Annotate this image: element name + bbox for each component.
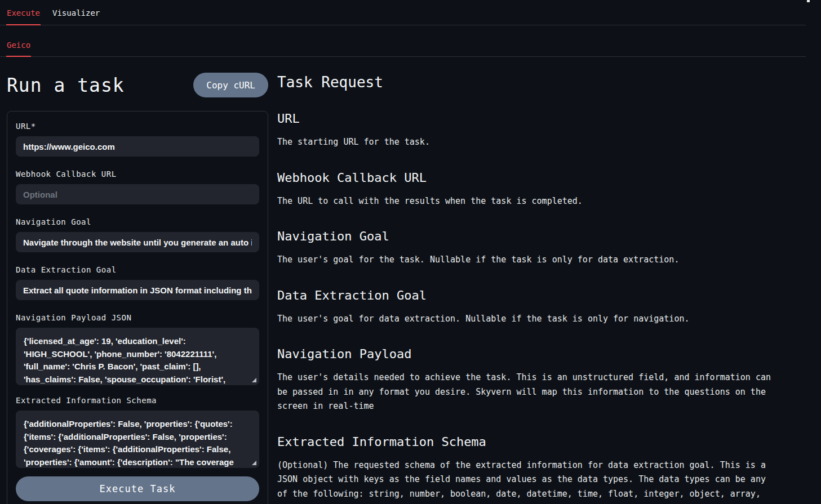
navigation-goal-label: Navigation Goal — [16, 217, 259, 226]
navigation-payload-field-group: Navigation Payload JSON {'licensed_at_ag… — [16, 313, 259, 385]
webhook-field-group: Webhook Callback URL — [16, 170, 259, 204]
copy-curl-button[interactable]: Copy cURL — [193, 73, 268, 97]
doc-body: The starting URL for the task. — [277, 135, 776, 150]
doc-section-navigation-goal: Navigation Goal The user's goal for the … — [277, 229, 821, 267]
extracted-schema-field-group: Extracted Information Schema {'additiona… — [16, 396, 259, 468]
docs-title: Task Request — [277, 74, 821, 91]
run-task-panel: Run a task Copy cURL URL* Webhook Callba… — [7, 57, 268, 504]
tab-visualizer[interactable]: Visualizer — [52, 1, 100, 25]
navigation-payload-label: Navigation Payload JSON — [16, 313, 259, 322]
webhook-label: Webhook Callback URL — [16, 170, 259, 179]
data-extraction-goal-input[interactable] — [16, 280, 259, 300]
url-field-group: URL* — [16, 122, 259, 157]
doc-section-navigation-payload: Navigation Payload The user's details ne… — [277, 347, 821, 414]
execute-task-button[interactable]: Execute Task — [16, 476, 259, 501]
doc-body: The user's goal for data extraction. Nul… — [277, 312, 776, 327]
navigation-payload-textarea[interactable]: {'licensed_at_age': 19, 'education_level… — [16, 328, 259, 385]
doc-heading: URL — [277, 111, 821, 126]
doc-body: The user's goal for the task. Nullable i… — [277, 253, 776, 267]
doc-section-url: URL The starting URL for the task. — [277, 111, 821, 150]
navigation-goal-field-group: Navigation Goal — [16, 217, 259, 252]
data-extraction-goal-field-group: Data Extraction Goal — [16, 265, 259, 300]
task-tabbar: Geico — [0, 25, 806, 57]
doc-heading: Extracted Information Schema — [277, 435, 821, 449]
doc-section-webhook: Webhook Callback URL The URL to call wit… — [277, 171, 821, 209]
doc-body: The user's details needed to achieve the… — [277, 371, 776, 414]
url-label: URL* — [16, 122, 259, 131]
doc-body: (Optional) The requested schema of the e… — [277, 458, 776, 504]
doc-body: The URL to call with the results when th… — [277, 194, 776, 209]
extracted-schema-label: Extracted Information Schema — [16, 396, 259, 405]
task-request-docs: Task Request URL The starting URL for th… — [268, 57, 821, 504]
webhook-input[interactable] — [16, 184, 259, 204]
doc-section-data-extraction-goal: Data Extraction Goal The user's goal for… — [277, 288, 821, 327]
main-content: Run a task Copy cURL URL* Webhook Callba… — [0, 57, 821, 504]
tab-geico[interactable]: Geico — [6, 33, 31, 56]
doc-section-extracted-schema: Extracted Information Schema (Optional) … — [277, 435, 821, 504]
doc-heading: Webhook Callback URL — [277, 171, 821, 185]
scrollbar-thumb[interactable] — [807, 0, 810, 2]
task-form-card: URL* Webhook Callback URL Navigation Goa… — [7, 111, 268, 504]
doc-heading: Navigation Payload — [277, 347, 821, 361]
navigation-goal-input[interactable] — [16, 232, 259, 252]
tab-execute[interactable]: Execute — [6, 1, 41, 25]
doc-heading: Navigation Goal — [277, 229, 821, 243]
main-tabbar: Execute Visualizer — [0, 0, 806, 25]
doc-heading: Data Extraction Goal — [277, 288, 821, 302]
page-title: Run a task — [7, 74, 125, 96]
run-task-header: Run a task Copy cURL — [7, 69, 268, 101]
data-extraction-goal-label: Data Extraction Goal — [16, 265, 259, 274]
extracted-schema-textarea[interactable]: {'additionalProperties': False, 'propert… — [16, 411, 259, 468]
url-input[interactable] — [16, 136, 259, 157]
